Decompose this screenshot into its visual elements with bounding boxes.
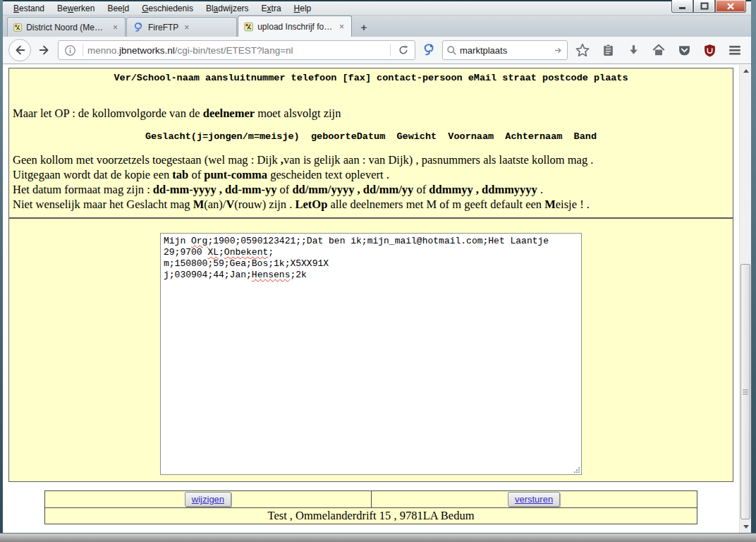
scrollbar-thumb[interactable]: [740, 264, 750, 519]
instructions-panel: Ver/School-naam aansluitnummer telefoon …: [8, 68, 733, 218]
tab-title: FireFTP: [148, 23, 178, 32]
page-viewport: Ver/School-naam aansluitnummer telefoon …: [3, 65, 739, 533]
tab-bar: District Noord (Menno S. T... × FireFTP …: [3, 16, 751, 37]
text-segment: Maar let OP : de kollomvolgorde van de: [13, 107, 203, 120]
window-controls: [671, 0, 746, 13]
tab-close-icon[interactable]: ×: [183, 23, 190, 32]
text-segment: ;: [268, 247, 274, 258]
tab-close-icon[interactable]: ×: [338, 22, 346, 32]
footer-address: Test , Ommelanderdrift 15 , 9781LA Bedum: [45, 508, 697, 524]
url-domain: jbnetworks.nl: [119, 45, 175, 56]
url-subdomain: menno.: [87, 45, 119, 56]
bookmarks-menu-button[interactable]: [597, 40, 618, 60]
text-segment: j;030904;44;Jan;: [164, 270, 252, 280]
menu-bewerken[interactable]: Bewerken: [51, 2, 101, 15]
text-segment: deelnemer: [203, 107, 255, 120]
browser-window: Bestand Bewerken Beeld Geschiedenis Blad…: [0, 0, 756, 542]
maximize-button[interactable]: [693, 0, 715, 13]
vertical-scrollbar[interactable]: [739, 65, 751, 533]
bookmark-star-button[interactable]: [572, 40, 593, 60]
scroll-down-icon: [743, 525, 749, 529]
fireftp-icon: [422, 43, 436, 57]
tab-district-noord[interactable]: District Noord (Menno S. T... ×: [7, 17, 126, 37]
text-segment: ;2k: [290, 270, 306, 280]
participant-columns-line: Geslacht(j=jongen/m=meisje) geboorteDatu…: [11, 131, 731, 142]
text-segment: of: [413, 183, 429, 196]
ublock-button[interactable]: [699, 40, 720, 60]
rule-line: Niet wenselijk maar het Geslacht mag M(a…: [13, 197, 731, 212]
resize-grip-icon[interactable]: [573, 466, 580, 474]
text-segment: dd/mm/yyyy , dd/mm/yy: [292, 183, 413, 196]
text-segment: gescheiden text oplevert .: [267, 168, 389, 181]
upload-panel: Mijn Org;1900;0590123421;;Dat ben ik;mij…: [8, 218, 733, 482]
navigation-toolbar: menno.jbnetworks.nl/cgi-bin/test/ETEST?l…: [3, 37, 751, 64]
search-go-icon[interactable]: [553, 45, 563, 56]
text-segment: Uitgegaan wordt dat de kopie een: [13, 168, 172, 181]
menu-geschiedenis[interactable]: Geschiedenis: [135, 2, 200, 15]
text-segment: (rouw) zijn .: [234, 198, 295, 211]
wijzigen-cell: wijzigen: [45, 491, 371, 508]
tab-title: District Noord (Menno S. T...: [26, 23, 107, 32]
minimize-button[interactable]: [671, 0, 693, 13]
menu-help[interactable]: Help: [288, 2, 318, 15]
text-segment: .: [537, 183, 543, 196]
menu-extra[interactable]: Extra: [255, 2, 288, 15]
judo-favicon: [13, 22, 22, 33]
url-path: /cgi-bin/test/ETEST?lang=nl: [175, 45, 293, 56]
textarea-line: Mijn Org;1900;0590123421;;Dat ben ik;mij…: [164, 236, 578, 258]
versturen-button[interactable]: versturen: [508, 492, 560, 507]
star-icon: [575, 43, 590, 57]
back-button[interactable]: [8, 39, 31, 61]
downloads-button[interactable]: [623, 40, 644, 60]
text-segment: Org: [191, 236, 207, 246]
text-segment: XL: [207, 247, 219, 258]
site-info-icon[interactable]: [61, 41, 78, 59]
url-text[interactable]: menno.jbnetworks.nl/cgi-bin/test/ETEST?l…: [87, 45, 386, 56]
forward-button[interactable]: [35, 41, 54, 59]
text-segment: Onbekent: [224, 247, 268, 258]
home-icon: [652, 43, 666, 57]
home-button[interactable]: [648, 40, 669, 60]
text-segment: ddmmyy , ddmmyyyy: [429, 183, 537, 196]
text-segment: V: [226, 198, 234, 211]
scroll-up-button[interactable]: [740, 65, 752, 77]
reload-button[interactable]: [395, 41, 412, 59]
upload-textarea[interactable]: Mijn Org;1900;0590123421;;Dat ben ik;mij…: [160, 233, 582, 475]
note-line: Maar let OP : de kollomvolgorde van de d…: [13, 107, 731, 121]
menu-bladwijzers[interactable]: Bladwijzers: [200, 2, 255, 15]
search-box[interactable]: marktplaats: [442, 40, 568, 60]
text-segment: ;: [219, 247, 224, 258]
textarea-line: j;030904;44;Jan;Hensens;2k: [164, 270, 578, 281]
action-table: wijzigen versturen Test , Ommelanderdrif…: [44, 490, 697, 524]
rule-line: Het datum formaat mag zijn : dd-mm-yyyy …: [13, 182, 731, 197]
text-segment: Het datum formaat mag zijn :: [13, 183, 153, 196]
text-segment: M: [544, 198, 556, 211]
fireftp-toolbar-button[interactable]: [420, 41, 438, 59]
text-segment: moet alsvolgt zijn: [255, 107, 341, 120]
hamburger-icon: [728, 43, 742, 57]
text-segment: alle deelnemers met M of m geeft default…: [327, 198, 544, 211]
url-bar[interactable]: menno.jbnetworks.nl/cgi-bin/test/ETEST?l…: [58, 40, 415, 60]
window-frame-right: [751, 0, 756, 542]
scroll-down-button[interactable]: [740, 521, 752, 533]
pocket-button[interactable]: [673, 40, 695, 60]
clipboard-icon: [602, 44, 615, 57]
hamburger-menu-button[interactable]: [724, 40, 745, 60]
text-segment: (an)/: [204, 198, 226, 211]
text-segment: Niet wenselijk maar het Geslacht mag: [13, 198, 193, 211]
wijzigen-button[interactable]: wijzigen: [185, 492, 231, 507]
text-segment: Geen kollom met voorzetzels toegestaan (…: [13, 153, 281, 167]
menu-bestand[interactable]: Bestand: [7, 2, 51, 15]
menu-beeld[interactable]: Beeld: [101, 2, 135, 15]
reload-icon: [398, 44, 409, 56]
new-tab-button[interactable]: +: [355, 20, 373, 34]
rule-line: Uitgegaan wordt dat de kopie een tab of …: [13, 167, 731, 182]
tab-upload-inschrijf-formulier[interactable]: upload Inschrijf formulier ×: [238, 16, 352, 37]
search-input[interactable]: marktplaats: [460, 45, 550, 56]
window-frame-bottom: [0, 533, 756, 542]
close-button[interactable]: [715, 0, 746, 13]
text-segment: punt-comma: [204, 168, 267, 181]
text-segment: m;150800;59;Gea;Bos;1k;X5XX91X: [164, 258, 329, 269]
tab-fireftp[interactable]: FireFTP ×: [126, 17, 237, 37]
tab-close-icon[interactable]: ×: [111, 23, 119, 32]
